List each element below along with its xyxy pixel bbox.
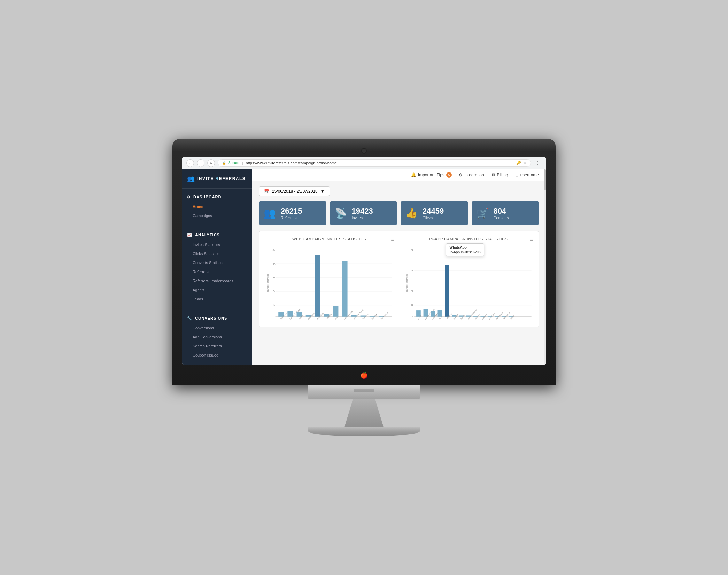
svg-text:Number of invites: Number of invites xyxy=(405,274,408,292)
web-bar-chart: 5k 4k 3k 2k 1k 0 xyxy=(265,245,394,321)
referrers-icon: 👥 xyxy=(264,207,276,219)
main-content: 🔔 Important Tips 5 ⚙ Integration 🖥 Billi… xyxy=(252,169,546,365)
sidebar-item-search-referrers[interactable]: Search Referrers xyxy=(182,342,252,351)
billing-label: Billing xyxy=(497,172,508,177)
sidebar-item-add-conversions[interactable]: Add Conversions xyxy=(182,332,252,342)
svg-text:2k: 2k xyxy=(411,303,414,307)
dropdown-icon: ▼ xyxy=(320,189,325,194)
key-icon: 🔑 xyxy=(516,161,521,165)
logo-text: INVITE REFERRALS xyxy=(197,176,246,181)
sidebar-dashboard-header[interactable]: ⊙ DASHBOARD xyxy=(182,192,252,202)
sidebar-analytics-header[interactable]: 📈 ANALYTICS xyxy=(182,230,252,240)
gear-icon: ⚙ xyxy=(459,172,463,177)
analytics-header-label: ANALYTICS xyxy=(195,233,220,237)
sidebar-item-conversions[interactable]: Conversions xyxy=(182,323,252,332)
address-bar[interactable]: 🔒 Secure | https://www.invitereferrals.c… xyxy=(218,159,531,167)
apple-logo-icon: 🍎 xyxy=(360,371,368,379)
integration-label: Integration xyxy=(464,172,484,177)
sidebar-item-invites-stats[interactable]: Invites Statistics xyxy=(182,240,252,249)
dashboard-icon: ⊙ xyxy=(187,195,191,199)
forward-button[interactable]: → xyxy=(197,159,204,167)
stat-card-converts: 🛒 804 Converts xyxy=(472,201,539,225)
app-layout: 👥 INVITE REFERRALS ⊙ DASHBOARD Home Camp… xyxy=(182,169,546,365)
stat-info-referrers: 26215 Referrers xyxy=(281,207,302,220)
converts-label: Converts xyxy=(494,216,509,220)
inapp-chart-svg: 8k 6k 4k 2k 0 xyxy=(404,245,533,321)
imac-stand-neck xyxy=(336,399,392,427)
svg-text:0: 0 xyxy=(274,315,275,318)
stats-row: 👥 26215 Referrers 📡 19423 Inv xyxy=(259,201,539,225)
billing-button[interactable]: 🖥 Billing xyxy=(491,172,508,177)
svg-text:8k: 8k xyxy=(411,248,414,252)
sidebar-item-clicks-stats[interactable]: Clicks Statistics xyxy=(182,249,252,258)
clicks-icon: 👍 xyxy=(405,207,418,219)
sidebar-section-dashboard: ⊙ DASHBOARD Home Campaigns xyxy=(182,189,252,224)
web-chart-title: WEB CAMPAIGN INVITES STATISTICS xyxy=(265,237,394,241)
refresh-button[interactable]: ↻ xyxy=(207,159,215,167)
integration-button[interactable]: ⚙ Integration xyxy=(459,172,484,177)
star-icon: ☆ xyxy=(523,161,527,165)
sidebar-item-home[interactable]: Home xyxy=(182,202,252,211)
important-tips-button[interactable]: 🔔 Important Tips 5 xyxy=(411,172,452,178)
svg-text:0: 0 xyxy=(412,315,413,318)
calendar-icon: 📅 xyxy=(264,189,269,194)
invites-number: 19423 xyxy=(352,207,373,216)
inapp-chart-container: ≡ IN-APP CAMPAIGN INVITES STATISTICS Wha… xyxy=(404,237,533,321)
imac-stand-base xyxy=(308,427,420,436)
username-label: username xyxy=(520,172,539,177)
conversions-header-label: CONVERSIONS xyxy=(195,316,227,320)
sidebar-item-agents[interactable]: Agents xyxy=(182,285,252,294)
charts-row: ≡ WEB CAMPAIGN INVITES STATISTICS 5k 4k … xyxy=(259,231,539,327)
referrers-number: 26215 xyxy=(281,207,302,216)
svg-text:2k: 2k xyxy=(272,290,275,293)
back-button[interactable]: ← xyxy=(186,159,194,167)
svg-text:Email Sync: Email Sync xyxy=(488,312,496,320)
url-text: https://www.invitereferrals.com/campaign… xyxy=(246,161,337,165)
web-chart-svg: 5k 4k 3k 2k 1k 0 xyxy=(265,245,394,321)
stat-info-clicks: 24459 Clicks xyxy=(423,207,444,220)
referrers-label: Referrers xyxy=(281,216,302,220)
sidebar-item-campaigns[interactable]: Campaigns xyxy=(182,211,252,220)
conversions-icon: 🔧 xyxy=(187,316,192,321)
imac-screen-bezel: ← → ↻ 🔒 Secure | https://www.inviterefer… xyxy=(172,139,556,385)
converts-number: 804 xyxy=(494,207,509,216)
svg-text:6k: 6k xyxy=(411,269,414,272)
stat-info-converts: 804 Converts xyxy=(494,207,509,220)
svg-text:Referral Link: Referral Link xyxy=(380,310,389,320)
date-range-picker[interactable]: 📅 25/06/2018 - 25/07/2018 ▼ xyxy=(259,186,330,196)
sidebar-item-coupon-issued[interactable]: Coupon Issued xyxy=(182,351,252,360)
web-chart-menu-icon[interactable]: ≡ xyxy=(391,237,394,243)
stat-info-invites: 19423 Invites xyxy=(352,207,373,220)
svg-rect-21 xyxy=(315,255,320,316)
stat-card-invites: 📡 19423 Invites xyxy=(330,201,397,225)
username-button[interactable]: ⊞ username xyxy=(515,172,539,177)
svg-text:Others: Others xyxy=(510,314,515,320)
svg-rect-27 xyxy=(342,261,347,317)
scrollbar-thumb[interactable] xyxy=(544,169,546,190)
svg-text:Number of invites: Number of invites xyxy=(266,274,269,292)
inapp-chart-menu-icon[interactable]: ≡ xyxy=(530,237,533,243)
sidebar: 👥 INVITE REFERRALS ⊙ DASHBOARD Home Camp… xyxy=(182,169,252,365)
sidebar-item-referrers-leaderboards[interactable]: Referrers Leaderboards xyxy=(182,276,252,285)
inapp-bar-chart: 8k 6k 4k 2k 0 xyxy=(404,245,533,321)
svg-text:4k: 4k xyxy=(272,262,275,265)
clicks-number: 24459 xyxy=(423,207,444,216)
browser-menu-button[interactable]: ⋮ xyxy=(534,160,542,167)
sidebar-item-leads[interactable]: Leads xyxy=(182,294,252,304)
main-scrollbar[interactable] xyxy=(544,169,546,365)
lock-icon: 🔒 xyxy=(222,161,226,165)
sidebar-section-conversions: 🔧 CONVERSIONS Conversions Add Conversion… xyxy=(182,310,252,363)
web-chart-container: ≡ WEB CAMPAIGN INVITES STATISTICS 5k 4k … xyxy=(265,237,394,321)
sidebar-conversions-header[interactable]: 🔧 CONVERSIONS xyxy=(182,313,252,323)
svg-rect-54 xyxy=(437,310,442,317)
inapp-chart-title: IN-APP CAMPAIGN INVITES STATISTICS xyxy=(404,237,533,241)
imac-stand xyxy=(308,385,420,436)
invites-label: Invites xyxy=(352,216,373,220)
topbar: 🔔 Important Tips 5 ⚙ Integration 🖥 Billi… xyxy=(252,169,546,181)
analytics-icon: 📈 xyxy=(187,233,192,237)
tips-badge: 5 xyxy=(446,172,452,178)
sidebar-item-referrers[interactable]: Referrers xyxy=(182,267,252,276)
sidebar-item-converts-stats[interactable]: Converts Statistics xyxy=(182,258,252,267)
imac-chin xyxy=(308,385,420,399)
sidebar-logo: 👥 INVITE REFERRALS xyxy=(182,169,252,189)
